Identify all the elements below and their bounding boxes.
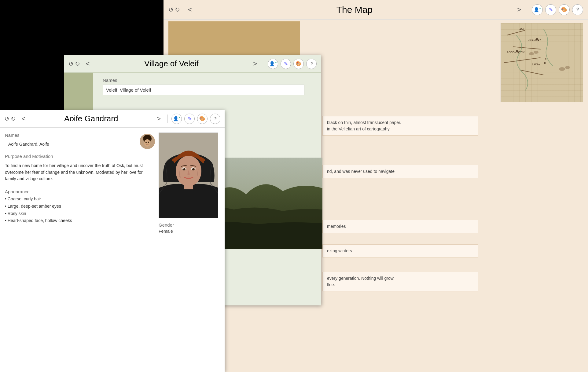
map-title: The Map bbox=[197, 5, 512, 15]
village-help-icon: ? bbox=[310, 61, 313, 66]
village-undo-button[interactable]: ↺ bbox=[68, 60, 74, 67]
map-thumbnail-inner: Alef SCHAFFT LOBENSTEIN S.Pillar bbox=[501, 23, 583, 102]
aoife-edit-icon: ✎ bbox=[188, 116, 192, 122]
map-undo-redo: ↺ ↻ bbox=[168, 6, 180, 13]
map-add-user-button[interactable]: 👤+ bbox=[532, 4, 543, 15]
aoife-panel: ↺ ↻ < Aoife Gandrard > 👤+ ✎ 🎨 ? Names Ao… bbox=[0, 110, 225, 372]
map-prev-button[interactable]: < bbox=[185, 5, 195, 15]
aoife-undo-button[interactable]: ↺ bbox=[4, 115, 9, 122]
aoife-left-col: Names Aoife Gandrard, Aoife bbox=[5, 133, 155, 367]
village-fields: Names Veleif, Village of Veleif bbox=[103, 78, 316, 95]
village-names-value[interactable]: Veleif, Village of Veleif bbox=[103, 85, 304, 95]
aoife-add-user-button[interactable]: 👤+ bbox=[171, 114, 182, 124]
svg-point-2 bbox=[559, 67, 565, 71]
svg-point-19 bbox=[192, 168, 195, 170]
village-undo-redo: ↺ ↻ bbox=[68, 60, 80, 67]
aoife-palette-button[interactable]: 🎨 bbox=[197, 114, 208, 124]
svg-point-3 bbox=[565, 66, 570, 69]
aoife-avatar bbox=[140, 134, 155, 149]
map-palette-icon: 🎨 bbox=[561, 7, 567, 13]
svg-point-11 bbox=[144, 139, 150, 147]
aoife-purpose-label: Purpose and Motivation bbox=[5, 154, 155, 159]
map-undo-button[interactable]: ↺ bbox=[168, 6, 174, 13]
map-help-icon: ? bbox=[576, 7, 579, 13]
map-text-block-2: nd, and was never used to navigate bbox=[322, 165, 478, 178]
aoife-help-icon: ? bbox=[214, 116, 216, 121]
map-toolbar-sep bbox=[528, 5, 528, 14]
village-title: Village of Veleif bbox=[95, 59, 248, 68]
svg-point-21 bbox=[192, 168, 193, 169]
aoife-portrait bbox=[159, 133, 218, 218]
map-help-button[interactable]: ? bbox=[572, 4, 583, 15]
aoife-purpose-text: To find a new home for her village and u… bbox=[5, 160, 155, 185]
village-toolbar: ↺ ↻ < Village of Veleif > 👤+ ✎ 🎨 ? bbox=[64, 55, 321, 73]
village-redo-button[interactable]: ↻ bbox=[75, 60, 80, 67]
map-text-block-1: black on thin, almost translucent paper.… bbox=[322, 116, 478, 136]
aoife-names-value[interactable]: Aoife Gandrard, Aoife bbox=[5, 139, 137, 149]
aoife-add-user-icon: 👤+ bbox=[173, 116, 180, 122]
village-palette-icon: 🎨 bbox=[296, 61, 302, 67]
svg-point-20 bbox=[183, 168, 184, 169]
aoife-content: Names Aoife Gandrard, Aoife bbox=[0, 128, 225, 372]
map-text-block-4: ezing winters bbox=[322, 244, 478, 257]
aoife-gender-section: Gender Female bbox=[159, 222, 220, 234]
map-text-block-3: memories bbox=[322, 220, 478, 233]
aoife-edit-button[interactable]: ✎ bbox=[184, 114, 195, 124]
village-add-user-icon: 👤+ bbox=[269, 61, 277, 67]
svg-point-0 bbox=[529, 52, 534, 55]
map-redo-button[interactable]: ↻ bbox=[175, 6, 180, 13]
aoife-avatar-svg bbox=[140, 134, 155, 149]
map-toolbar: ↺ ↻ < The Map > 👤+ ✎ 🎨 ? bbox=[164, 0, 588, 20]
aoife-avatar-area bbox=[140, 133, 155, 149]
aoife-gender-value: Female bbox=[159, 229, 220, 234]
svg-rect-6 bbox=[544, 62, 546, 64]
aoife-portrait-svg bbox=[159, 133, 218, 218]
village-next-button[interactable]: > bbox=[250, 59, 260, 69]
village-names-label: Names bbox=[103, 78, 316, 83]
aoife-undo-redo: ↺ ↻ bbox=[4, 115, 16, 122]
village-palette-button[interactable]: 🎨 bbox=[293, 59, 304, 69]
village-help-button[interactable]: ? bbox=[306, 59, 317, 69]
svg-point-1 bbox=[534, 51, 538, 54]
aoife-redo-button[interactable]: ↻ bbox=[11, 115, 16, 122]
map-rivers-svg bbox=[501, 23, 583, 102]
aoife-appearance-section: Appearance • Coarse, curly hair • Large,… bbox=[5, 189, 155, 224]
map-thumbnail: Alef SCHAFFT LOBENSTEIN S.Pillar bbox=[501, 23, 583, 102]
map-text-block-5: every generation. Nothing will grow, fle… bbox=[322, 272, 478, 291]
aoife-help-button[interactable]: ? bbox=[210, 114, 220, 124]
aoife-title: Aoife Gandrard bbox=[31, 114, 151, 123]
svg-point-18 bbox=[182, 168, 186, 170]
svg-point-13 bbox=[148, 142, 149, 143]
aoife-right-col: Gender Female bbox=[159, 133, 220, 367]
map-edit-button[interactable]: ✎ bbox=[545, 4, 556, 15]
aoife-appearance-label: Appearance bbox=[5, 189, 155, 194]
map-color-block bbox=[168, 21, 300, 55]
map-palette-button[interactable]: 🎨 bbox=[559, 4, 570, 15]
map-add-user-icon: 👤+ bbox=[534, 7, 541, 13]
village-toolbar-sep bbox=[264, 60, 264, 68]
appearance-item-1: • Coarse, curly hair bbox=[5, 195, 155, 203]
aoife-toolbar: ↺ ↻ < Aoife Gandrard > 👤+ ✎ 🎨 ? bbox=[0, 110, 225, 128]
aoife-next-button[interactable]: > bbox=[154, 114, 164, 124]
aoife-names-label: Names bbox=[5, 133, 137, 138]
aoife-appearance-text: • Coarse, curly hair • Large, deep-set a… bbox=[5, 195, 155, 224]
aoife-gender-label: Gender bbox=[159, 222, 220, 228]
village-prev-button[interactable]: < bbox=[83, 59, 93, 69]
svg-rect-4 bbox=[536, 38, 538, 40]
appearance-item-3: • Rosy skin bbox=[5, 210, 155, 217]
aoife-prev-button[interactable]: < bbox=[18, 114, 28, 124]
village-add-user-button[interactable]: 👤+ bbox=[268, 59, 278, 69]
aoife-names-block: Names Aoife Gandrard, Aoife bbox=[5, 133, 137, 149]
village-edit-button[interactable]: ✎ bbox=[281, 59, 291, 69]
appearance-item-2: • Large, deep-set amber eyes bbox=[5, 203, 155, 210]
aoife-palette-icon: 🎨 bbox=[199, 116, 205, 122]
map-next-button[interactable]: > bbox=[514, 5, 524, 15]
svg-point-12 bbox=[145, 142, 147, 143]
map-edit-icon: ✎ bbox=[549, 7, 553, 13]
appearance-item-4: • Heart-shaped face, hollow cheeks bbox=[5, 217, 155, 224]
aoife-toolbar-sep bbox=[167, 115, 168, 123]
svg-rect-22 bbox=[184, 183, 193, 189]
svg-rect-5 bbox=[516, 50, 518, 52]
village-edit-icon: ✎ bbox=[284, 61, 288, 67]
aoife-names-row: Names Aoife Gandrard, Aoife bbox=[5, 133, 155, 149]
